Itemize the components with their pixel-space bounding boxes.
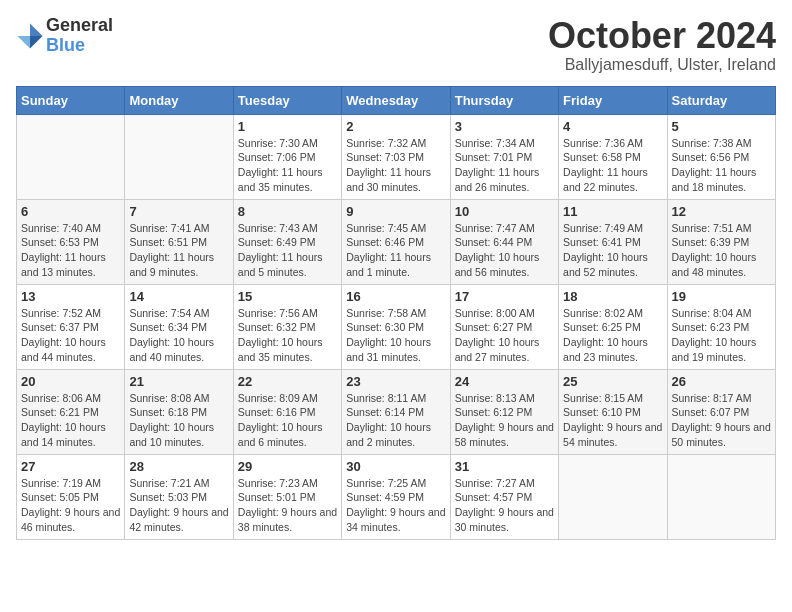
day-of-week-header: Friday (559, 86, 667, 114)
calendar-cell: 28Sunrise: 7:21 AM Sunset: 5:03 PM Dayli… (125, 454, 233, 539)
day-info: Sunrise: 8:06 AM Sunset: 6:21 PM Dayligh… (21, 391, 120, 450)
day-number: 21 (129, 374, 228, 389)
calendar-cell: 18Sunrise: 8:02 AM Sunset: 6:25 PM Dayli… (559, 284, 667, 369)
calendar-cell: 22Sunrise: 8:09 AM Sunset: 6:16 PM Dayli… (233, 369, 341, 454)
calendar-cell (125, 114, 233, 199)
calendar-cell: 3Sunrise: 7:34 AM Sunset: 7:01 PM Daylig… (450, 114, 558, 199)
day-info: Sunrise: 7:25 AM Sunset: 4:59 PM Dayligh… (346, 476, 445, 535)
day-info: Sunrise: 8:02 AM Sunset: 6:25 PM Dayligh… (563, 306, 662, 365)
day-info: Sunrise: 7:49 AM Sunset: 6:41 PM Dayligh… (563, 221, 662, 280)
day-info: Sunrise: 7:52 AM Sunset: 6:37 PM Dayligh… (21, 306, 120, 365)
day-info: Sunrise: 7:30 AM Sunset: 7:06 PM Dayligh… (238, 136, 337, 195)
day-info: Sunrise: 7:40 AM Sunset: 6:53 PM Dayligh… (21, 221, 120, 280)
calendar-cell: 12Sunrise: 7:51 AM Sunset: 6:39 PM Dayli… (667, 199, 775, 284)
calendar-cell: 24Sunrise: 8:13 AM Sunset: 6:12 PM Dayli… (450, 369, 558, 454)
day-info: Sunrise: 8:11 AM Sunset: 6:14 PM Dayligh… (346, 391, 445, 450)
day-number: 20 (21, 374, 120, 389)
calendar-cell: 1Sunrise: 7:30 AM Sunset: 7:06 PM Daylig… (233, 114, 341, 199)
calendar-cell: 27Sunrise: 7:19 AM Sunset: 5:05 PM Dayli… (17, 454, 125, 539)
calendar-header-row: SundayMondayTuesdayWednesdayThursdayFrid… (17, 86, 776, 114)
calendar-week-row: 6Sunrise: 7:40 AM Sunset: 6:53 PM Daylig… (17, 199, 776, 284)
day-info: Sunrise: 8:00 AM Sunset: 6:27 PM Dayligh… (455, 306, 554, 365)
header: General Blue October 2024 Ballyjamesduff… (16, 16, 776, 74)
logo-general: General (46, 16, 113, 36)
calendar-cell: 21Sunrise: 8:08 AM Sunset: 6:18 PM Dayli… (125, 369, 233, 454)
day-info: Sunrise: 7:19 AM Sunset: 5:05 PM Dayligh… (21, 476, 120, 535)
svg-marker-2 (17, 36, 30, 49)
logo-text: General Blue (46, 16, 113, 56)
day-number: 22 (238, 374, 337, 389)
day-info: Sunrise: 7:41 AM Sunset: 6:51 PM Dayligh… (129, 221, 228, 280)
calendar-cell: 25Sunrise: 8:15 AM Sunset: 6:10 PM Dayli… (559, 369, 667, 454)
day-number: 3 (455, 119, 554, 134)
logo-blue: Blue (46, 36, 113, 56)
calendar-cell: 9Sunrise: 7:45 AM Sunset: 6:46 PM Daylig… (342, 199, 450, 284)
day-info: Sunrise: 7:32 AM Sunset: 7:03 PM Dayligh… (346, 136, 445, 195)
day-number: 30 (346, 459, 445, 474)
day-number: 29 (238, 459, 337, 474)
day-info: Sunrise: 7:51 AM Sunset: 6:39 PM Dayligh… (672, 221, 771, 280)
day-info: Sunrise: 7:47 AM Sunset: 6:44 PM Dayligh… (455, 221, 554, 280)
calendar-cell: 15Sunrise: 7:56 AM Sunset: 6:32 PM Dayli… (233, 284, 341, 369)
calendar-body: 1Sunrise: 7:30 AM Sunset: 7:06 PM Daylig… (17, 114, 776, 539)
day-number: 13 (21, 289, 120, 304)
day-number: 8 (238, 204, 337, 219)
day-info: Sunrise: 7:58 AM Sunset: 6:30 PM Dayligh… (346, 306, 445, 365)
day-number: 14 (129, 289, 228, 304)
day-number: 10 (455, 204, 554, 219)
day-number: 28 (129, 459, 228, 474)
title-area: October 2024 Ballyjamesduff, Ulster, Ire… (548, 16, 776, 74)
day-info: Sunrise: 7:54 AM Sunset: 6:34 PM Dayligh… (129, 306, 228, 365)
calendar-cell: 14Sunrise: 7:54 AM Sunset: 6:34 PM Dayli… (125, 284, 233, 369)
location-title: Ballyjamesduff, Ulster, Ireland (548, 56, 776, 74)
day-number: 5 (672, 119, 771, 134)
day-info: Sunrise: 7:36 AM Sunset: 6:58 PM Dayligh… (563, 136, 662, 195)
day-of-week-header: Thursday (450, 86, 558, 114)
calendar-cell: 13Sunrise: 7:52 AM Sunset: 6:37 PM Dayli… (17, 284, 125, 369)
month-title: October 2024 (548, 16, 776, 56)
calendar-cell: 4Sunrise: 7:36 AM Sunset: 6:58 PM Daylig… (559, 114, 667, 199)
day-info: Sunrise: 7:27 AM Sunset: 4:57 PM Dayligh… (455, 476, 554, 535)
day-number: 1 (238, 119, 337, 134)
day-number: 31 (455, 459, 554, 474)
calendar-cell: 23Sunrise: 8:11 AM Sunset: 6:14 PM Dayli… (342, 369, 450, 454)
day-number: 7 (129, 204, 228, 219)
day-number: 25 (563, 374, 662, 389)
day-info: Sunrise: 8:13 AM Sunset: 6:12 PM Dayligh… (455, 391, 554, 450)
day-number: 23 (346, 374, 445, 389)
day-of-week-header: Wednesday (342, 86, 450, 114)
logo-icon (16, 22, 44, 50)
day-info: Sunrise: 8:08 AM Sunset: 6:18 PM Dayligh… (129, 391, 228, 450)
day-number: 19 (672, 289, 771, 304)
calendar-cell: 26Sunrise: 8:17 AM Sunset: 6:07 PM Dayli… (667, 369, 775, 454)
day-info: Sunrise: 7:34 AM Sunset: 7:01 PM Dayligh… (455, 136, 554, 195)
calendar-week-row: 20Sunrise: 8:06 AM Sunset: 6:21 PM Dayli… (17, 369, 776, 454)
day-info: Sunrise: 7:43 AM Sunset: 6:49 PM Dayligh… (238, 221, 337, 280)
calendar-table: SundayMondayTuesdayWednesdayThursdayFrid… (16, 86, 776, 540)
svg-marker-0 (30, 23, 43, 36)
calendar-cell: 6Sunrise: 7:40 AM Sunset: 6:53 PM Daylig… (17, 199, 125, 284)
day-number: 17 (455, 289, 554, 304)
day-info: Sunrise: 7:21 AM Sunset: 5:03 PM Dayligh… (129, 476, 228, 535)
calendar-cell: 8Sunrise: 7:43 AM Sunset: 6:49 PM Daylig… (233, 199, 341, 284)
calendar-cell: 16Sunrise: 7:58 AM Sunset: 6:30 PM Dayli… (342, 284, 450, 369)
day-number: 18 (563, 289, 662, 304)
calendar-cell: 30Sunrise: 7:25 AM Sunset: 4:59 PM Dayli… (342, 454, 450, 539)
day-number: 27 (21, 459, 120, 474)
day-number: 6 (21, 204, 120, 219)
day-number: 24 (455, 374, 554, 389)
calendar-cell: 5Sunrise: 7:38 AM Sunset: 6:56 PM Daylig… (667, 114, 775, 199)
calendar-cell: 10Sunrise: 7:47 AM Sunset: 6:44 PM Dayli… (450, 199, 558, 284)
day-info: Sunrise: 7:45 AM Sunset: 6:46 PM Dayligh… (346, 221, 445, 280)
calendar-cell: 17Sunrise: 8:00 AM Sunset: 6:27 PM Dayli… (450, 284, 558, 369)
day-of-week-header: Tuesday (233, 86, 341, 114)
day-info: Sunrise: 8:17 AM Sunset: 6:07 PM Dayligh… (672, 391, 771, 450)
calendar-cell: 2Sunrise: 7:32 AM Sunset: 7:03 PM Daylig… (342, 114, 450, 199)
svg-marker-1 (30, 36, 43, 49)
day-number: 26 (672, 374, 771, 389)
day-number: 15 (238, 289, 337, 304)
calendar-week-row: 1Sunrise: 7:30 AM Sunset: 7:06 PM Daylig… (17, 114, 776, 199)
day-number: 9 (346, 204, 445, 219)
day-info: Sunrise: 7:23 AM Sunset: 5:01 PM Dayligh… (238, 476, 337, 535)
calendar-cell: 20Sunrise: 8:06 AM Sunset: 6:21 PM Dayli… (17, 369, 125, 454)
